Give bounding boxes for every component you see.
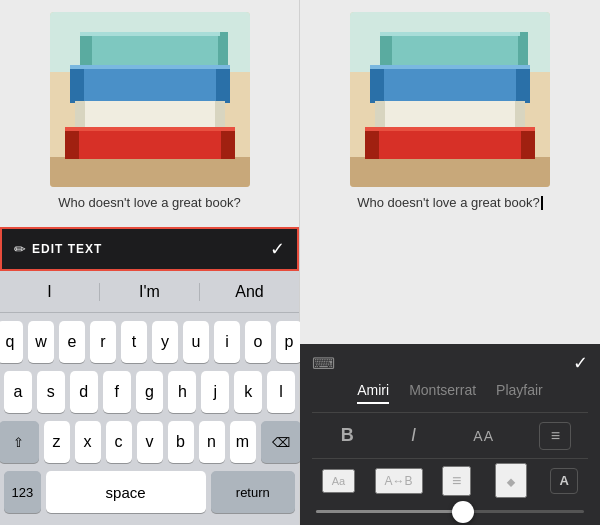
book-image-left [50, 12, 250, 187]
color-picker-button[interactable]: ⬥ [495, 463, 527, 498]
svg-rect-16 [221, 127, 235, 159]
suggestion-2[interactable]: I'm [100, 283, 200, 301]
svg-rect-13 [215, 101, 225, 129]
key-r[interactable]: r [90, 321, 116, 363]
left-checkmark[interactable]: ✓ [270, 238, 285, 260]
svg-rect-30 [375, 101, 385, 129]
caps-button[interactable]: AA [461, 424, 506, 448]
key-k[interactable]: k [234, 371, 262, 413]
italic-button[interactable]: I [399, 421, 428, 450]
key-e[interactable]: e [59, 321, 85, 363]
font-size-slider-row [300, 506, 600, 525]
svg-rect-32 [365, 127, 535, 159]
svg-rect-22 [380, 32, 392, 67]
key-s[interactable]: s [37, 371, 65, 413]
right-checkmark[interactable]: ✓ [573, 352, 588, 374]
svg-rect-14 [65, 127, 235, 159]
key-p[interactable]: p [276, 321, 302, 363]
slider-thumb[interactable] [452, 501, 474, 523]
edit-text-toolbar[interactable]: ✏ EDIT TEXT ✓ [0, 227, 299, 271]
key-d[interactable]: d [70, 371, 98, 413]
svg-rect-3 [80, 32, 220, 67]
key-123[interactable]: 123 [4, 471, 41, 513]
format-row-1: B I AA ≡ [300, 413, 600, 458]
key-o[interactable]: o [245, 321, 271, 363]
key-v[interactable]: v [137, 421, 163, 463]
svg-rect-5 [218, 32, 228, 67]
font-tab-montserrat[interactable]: Montserrat [409, 382, 476, 404]
svg-rect-23 [518, 32, 528, 67]
svg-rect-28 [370, 65, 530, 69]
key-y[interactable]: y [152, 321, 178, 363]
suggestion-1[interactable]: I [0, 283, 100, 301]
format-row-2: Aa A↔B ≡ ⬥ A [300, 459, 600, 506]
text-color-button[interactable]: A [550, 468, 578, 494]
edit-text-label: EDIT TEXT [32, 242, 270, 256]
svg-rect-31 [515, 101, 525, 129]
format-header: ⌨ ✓ [300, 344, 600, 378]
svg-rect-19 [350, 157, 550, 187]
keyboard-icon[interactable]: ⌨ [312, 354, 335, 373]
key-h[interactable]: h [168, 371, 196, 413]
book-image-right [350, 12, 550, 187]
key-j[interactable]: j [201, 371, 229, 413]
keyboard-suggestions: I I'm And [0, 271, 299, 313]
key-i[interactable]: i [214, 321, 240, 363]
key-w[interactable]: w [28, 321, 54, 363]
caption-right: Who doesn't love a great book? [357, 195, 542, 216]
key-shift[interactable]: ⇧ [0, 421, 39, 463]
font-tab-playfair[interactable]: Playfair [496, 382, 543, 404]
font-size-small-button[interactable]: Aa [322, 469, 355, 493]
left-preview: Who doesn't love a great book? [0, 0, 299, 227]
svg-rect-17 [65, 127, 235, 131]
svg-rect-34 [521, 127, 535, 159]
svg-rect-29 [375, 101, 525, 129]
keyboard-row-3: ⇧ z x c v b n m ⌫ [4, 421, 295, 463]
svg-rect-27 [516, 65, 530, 103]
key-l[interactable]: l [267, 371, 295, 413]
key-x[interactable]: x [75, 421, 101, 463]
svg-rect-10 [70, 65, 230, 69]
key-c[interactable]: c [106, 421, 132, 463]
suggestion-3[interactable]: And [200, 283, 299, 301]
key-return[interactable]: return [211, 471, 295, 513]
key-u[interactable]: u [183, 321, 209, 363]
svg-rect-8 [70, 65, 84, 103]
key-delete[interactable]: ⌫ [261, 421, 301, 463]
keyboard: q w e r t y u i o p a s d f g h j k l ⇧ … [0, 313, 299, 525]
bold-button[interactable]: B [329, 421, 366, 450]
text-fit-button[interactable]: A↔B [375, 468, 423, 494]
svg-rect-26 [370, 65, 384, 103]
font-size-slider[interactable] [316, 510, 584, 513]
left-panel: Who doesn't love a great book? ✏ EDIT TE… [0, 0, 300, 525]
svg-rect-12 [75, 101, 85, 129]
svg-rect-15 [65, 127, 79, 159]
key-z[interactable]: z [44, 421, 70, 463]
text-cursor [541, 196, 543, 210]
key-g[interactable]: g [136, 371, 164, 413]
key-f[interactable]: f [103, 371, 131, 413]
svg-rect-21 [380, 32, 520, 67]
key-space[interactable]: space [46, 471, 206, 513]
line-spacing-button[interactable]: ≡ [442, 466, 471, 496]
keyboard-row-2: a s d f g h j k l [4, 371, 295, 413]
font-tab-amiri[interactable]: Amiri [357, 382, 389, 404]
right-preview: Who doesn't love a great book? [300, 0, 600, 344]
key-n[interactable]: n [199, 421, 225, 463]
key-t[interactable]: t [121, 321, 147, 363]
svg-rect-24 [380, 32, 520, 36]
svg-rect-35 [365, 127, 535, 131]
svg-rect-33 [365, 127, 379, 159]
key-q[interactable]: q [0, 321, 23, 363]
align-button[interactable]: ≡ [539, 422, 571, 450]
caption-left: Who doesn't love a great book? [58, 195, 240, 216]
key-m[interactable]: m [230, 421, 256, 463]
key-b[interactable]: b [168, 421, 194, 463]
svg-rect-1 [50, 157, 250, 187]
keyboard-row-4: 123 space return [4, 471, 295, 513]
svg-rect-6 [80, 32, 220, 36]
key-a[interactable]: a [4, 371, 32, 413]
svg-rect-9 [216, 65, 230, 103]
edit-icon: ✏ [14, 241, 26, 257]
font-tabs: Amiri Montserrat Playfair [300, 378, 600, 412]
